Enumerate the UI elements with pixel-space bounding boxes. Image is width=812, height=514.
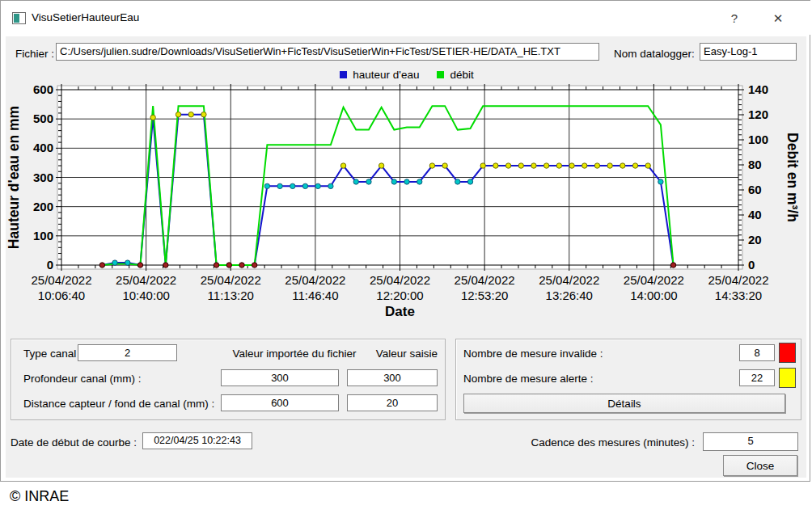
svg-text:100: 100 [33, 229, 53, 242]
right-axis-title: Debit en m³/h [785, 133, 801, 222]
cadence-input[interactable]: 5 [703, 432, 798, 451]
debit-legend-label: débit [450, 69, 473, 81]
close-button[interactable]: Close [723, 455, 797, 476]
invalid-color-swatch [779, 343, 796, 363]
title-bar: VisuSetierHauteurEau ? ✕ [1, 1, 811, 35]
alert-count-label: Nombre de mesure alerte : [463, 373, 594, 385]
distance-imported-input[interactable]: 600 [221, 394, 339, 411]
debit-legend-swatch [437, 71, 444, 78]
datalogger-label: Nom datalogger: [614, 48, 695, 60]
svg-text:25/04/202211:13:20: 25/04/202211:13:20 [201, 273, 261, 302]
svg-text:20: 20 [748, 233, 762, 246]
svg-text:0: 0 [748, 258, 755, 272]
entered-column-header: Valeur saisie [374, 348, 439, 360]
svg-text:25/04/202213:26:40: 25/04/202213:26:40 [539, 273, 599, 302]
svg-text:300: 300 [33, 171, 53, 184]
hauteur-legend-label: hauteur d'eau [353, 69, 419, 81]
type-canal-input[interactable]: 2 [78, 344, 177, 361]
invalid-count-label: Nombre de mesure invalide : [463, 348, 603, 360]
main-window: VisuSetierHauteurEau ? ✕ Fichier : C:/Us… [0, 0, 810, 482]
svg-text:40: 40 [748, 208, 762, 221]
left-axis-title: Hauteur d'eau en mm [6, 106, 22, 249]
profondeur-label: Profondeur canal (mm) : [23, 373, 142, 385]
svg-text:25/04/202210:40:00: 25/04/202210:40:00 [116, 273, 176, 302]
flow-chart-svg: 010020030040050060002040608010012014025/… [1, 80, 812, 322]
chart-legend: hauteur d'eau débit [1, 69, 812, 81]
cadence-label: Cadence des mesures (minutes) : [518, 436, 695, 449]
svg-text:0: 0 [47, 258, 53, 272]
svg-text:80: 80 [748, 158, 762, 171]
svg-text:60: 60 [748, 183, 762, 196]
alert-count-input[interactable]: 22 [739, 369, 775, 386]
svg-text:200: 200 [33, 200, 53, 213]
svg-text:140: 140 [748, 82, 768, 96]
distance-entered-input[interactable]: 20 [347, 394, 438, 411]
svg-text:25/04/202211:46:40: 25/04/202211:46:40 [285, 273, 345, 302]
window-title: VisuSetierHauteurEau [32, 11, 139, 23]
svg-text:600: 600 [33, 82, 53, 96]
svg-text:100: 100 [748, 133, 768, 146]
svg-text:25/04/202212:53:20: 25/04/202212:53:20 [455, 273, 515, 302]
help-button[interactable]: ? [722, 10, 746, 27]
svg-text:25/04/202212:20:00: 25/04/202212:20:00 [370, 273, 430, 302]
profondeur-entered-input[interactable]: 300 [347, 369, 438, 386]
start-date-label: Date de début de courbe : [11, 436, 137, 449]
file-path-input[interactable]: C:/Users/julien.sudre/Downloads/VisuSeti… [56, 43, 599, 61]
svg-text:400: 400 [33, 141, 53, 154]
svg-text:25/04/202214:00:00: 25/04/202214:00:00 [624, 273, 684, 302]
hauteur-legend-swatch [340, 71, 347, 78]
datalogger-input[interactable]: Easy-Log-1 [700, 43, 797, 61]
svg-text:25/04/202210:06:40: 25/04/202210:06:40 [31, 273, 91, 302]
x-axis-title: Date [385, 304, 415, 319]
app-root: VisuSetierHauteurEau ? ✕ Fichier : C:/Us… [0, 0, 812, 514]
close-window-button[interactable]: ✕ [766, 10, 790, 27]
legend-item-debit: débit [437, 69, 473, 81]
legend-item-hauteur: hauteur d'eau [340, 69, 419, 81]
svg-text:120: 120 [748, 107, 768, 121]
start-date-input[interactable]: 022/04/25 10:22:43 [142, 432, 252, 449]
chart: 010020030040050060002040608010012014025/… [1, 80, 812, 322]
copyright-text: © INRAE [10, 488, 69, 505]
distance-capteur-label: Distance capteur / fond de canal (mm) : [23, 398, 214, 410]
svg-text:500: 500 [33, 112, 53, 125]
type-canal-label: Type canal : [23, 348, 82, 360]
profondeur-imported-input[interactable]: 300 [221, 369, 339, 386]
app-icon [12, 12, 26, 24]
details-button[interactable]: Détails [463, 394, 785, 413]
alert-color-swatch [779, 368, 796, 388]
imported-column-header: Valeur importée du fichier [215, 348, 374, 360]
invalid-count-input[interactable]: 8 [739, 344, 775, 361]
file-label: Fichier : [15, 48, 54, 60]
svg-text:25/04/202214:33:20: 25/04/202214:33:20 [708, 273, 768, 302]
